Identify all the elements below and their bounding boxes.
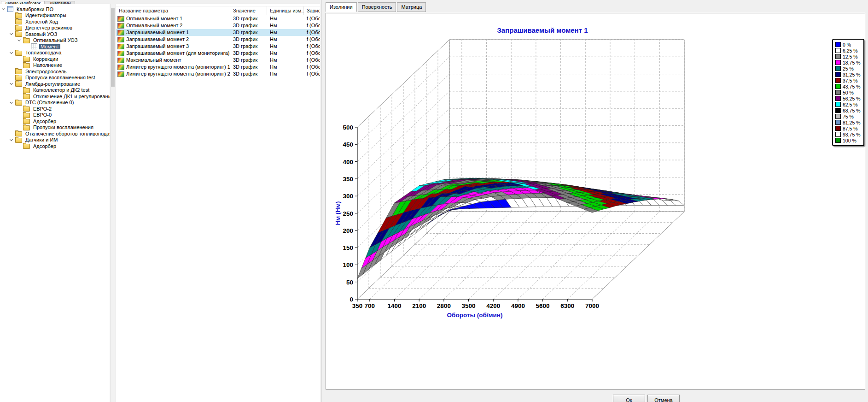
tree-item-label: Коррекции — [32, 56, 59, 62]
table-row[interactable]: Запрашиваемый момент 33D графикНмf (Обо — [116, 43, 320, 50]
legend-entry: 50 % — [835, 89, 861, 95]
surface-map-icon — [117, 44, 124, 49]
tree-item[interactable]: Диспетчер режимов — [0, 25, 110, 31]
legend-label: 100 % — [843, 138, 856, 143]
svg-text:500: 500 — [343, 124, 353, 131]
folder-icon — [23, 88, 30, 93]
parameter-value: 3D график — [230, 15, 267, 22]
col-units[interactable]: Единицы изм... — [267, 6, 304, 15]
table-row[interactable]: Запрашиваемый момент (для мониторинга)3D… — [116, 50, 320, 57]
tree-item[interactable]: Отключение ДК1 и регулирования — [0, 93, 110, 100]
svg-text:250: 250 — [343, 210, 353, 217]
legend-swatch — [835, 114, 841, 119]
folder-icon — [23, 113, 30, 118]
tree-scrollbar[interactable] — [110, 4, 115, 402]
tree-item-label: Оптимальный УОЗ — [32, 37, 79, 43]
tree-item[interactable]: Коррекции — [0, 56, 110, 62]
cancel-button[interactable]: Отмена — [647, 395, 680, 402]
tree-item[interactable]: Лямбда-регулирование — [0, 81, 110, 87]
tree-item[interactable]: Топливоподача — [0, 50, 110, 56]
chevron-down-icon[interactable] — [17, 38, 21, 41]
folder-icon — [15, 76, 22, 81]
map-grid-icon — [31, 43, 37, 49]
surface-map-icon — [117, 51, 124, 56]
chevron-down-icon[interactable] — [2, 7, 5, 10]
tree-item[interactable]: ЕВРО-0 — [0, 112, 110, 118]
tree-item[interactable]: Пропуски воспламенения test — [0, 75, 110, 81]
ok-button[interactable]: Ок — [613, 395, 645, 402]
parameters-table: Название параметра Значение Единицы изм.… — [116, 4, 320, 402]
table-row[interactable]: Запрашиваемый момент 13D графикНмf (Обо — [116, 29, 320, 36]
chevron-down-icon[interactable] — [10, 82, 13, 85]
parameter-value: 3D график — [230, 71, 267, 77]
parameter-value: 3D график — [230, 57, 267, 64]
tree-item[interactable]: Идентификаторы — [0, 12, 110, 19]
tree-item[interactable]: Катколлектор и ДК2 test — [0, 87, 110, 94]
table-row[interactable]: Оптимальный момент 23D графикНмf (Обо — [116, 22, 320, 29]
tree-item[interactable]: Пропуски воспламенения — [0, 124, 110, 131]
parameter-value: 3D график — [230, 36, 267, 43]
surface-map-icon — [117, 16, 124, 22]
tree-item[interactable]: Отключение оборотов топливоподачи — [0, 130, 110, 137]
legend-label: 43,75 % — [843, 84, 861, 89]
svg-text:350: 350 — [352, 302, 363, 309]
legend-entry: 43,75 % — [835, 83, 861, 89]
chevron-down-icon[interactable] — [10, 32, 13, 35]
col-name[interactable]: Название параметра — [116, 6, 230, 15]
folder-icon — [15, 26, 22, 31]
legend-swatch — [835, 120, 841, 125]
legend-label: 37,5 % — [843, 78, 858, 83]
svg-text:2800: 2800 — [437, 302, 451, 309]
tree-item[interactable]: DTC (Отключение 0) — [0, 100, 110, 106]
tree-item[interactable]: Холостой Ход — [0, 18, 110, 25]
svg-text:200: 200 — [343, 227, 353, 234]
application-icon — [7, 6, 13, 12]
map-view-dialog: Изолинии Поверхность Матрица 05010015020… — [321, 0, 868, 402]
table-row[interactable]: Лимитер крутящего момента (мониторинг) 2… — [116, 71, 320, 77]
surface-map-icon — [117, 30, 124, 35]
chevron-down-icon[interactable] — [10, 100, 13, 104]
tree-item[interactable]: Адсорбер — [0, 118, 110, 124]
tree-item[interactable]: Калибровки ПО — [0, 6, 110, 12]
chevron-down-icon[interactable] — [10, 138, 13, 141]
surface-map-icon — [117, 65, 124, 70]
tree-item[interactable]: Наполнение — [0, 62, 110, 69]
tree-item[interactable]: Момент — [0, 43, 110, 50]
tab-matrix[interactable]: Матрица — [397, 2, 426, 12]
table-row[interactable]: Запрашиваемый момент 23D графикНмf (Обо — [116, 36, 320, 43]
legend-swatch — [835, 48, 841, 53]
svg-text:7000: 7000 — [585, 302, 599, 309]
table-row[interactable]: Максимальный момент3D графикНмf (Обо — [116, 57, 320, 64]
svg-text:150: 150 — [343, 244, 353, 251]
tree-item[interactable]: ЕВРО-2 — [0, 106, 110, 112]
legend-swatch — [835, 54, 841, 59]
tree-item[interactable]: Датчики и ИМ — [0, 137, 110, 143]
svg-text:350: 350 — [343, 176, 353, 183]
legend-swatch — [835, 102, 841, 107]
tree-item[interactable]: Оптимальный УОЗ — [0, 37, 110, 44]
folder-icon — [15, 100, 22, 106]
table-body: Оптимальный момент 13D графикНмf (ОбоОпт… — [116, 15, 320, 77]
chevron-down-icon[interactable] — [10, 51, 13, 54]
legend-label: 18,75 % — [843, 60, 861, 65]
tree-item[interactable]: Адсорбер — [0, 143, 110, 149]
table-row[interactable]: Оптимальный момент 13D графикНмf (Обо — [116, 15, 320, 22]
parameter-name: Оптимальный момент 2 — [126, 22, 182, 29]
legend-entry: 0 % — [835, 41, 861, 47]
tree-item-label: Адсорбер — [32, 118, 58, 124]
legend-swatch — [835, 42, 841, 47]
tab-isolines[interactable]: Изолинии — [326, 2, 357, 12]
parameter-value: 3D график — [230, 29, 267, 36]
tree-item-label: Датчики и ИМ — [24, 137, 59, 142]
tab-surface[interactable]: Поверхность — [358, 2, 396, 12]
legend-label: 31,25 % — [843, 72, 861, 77]
legend-swatch — [835, 96, 841, 101]
col-dependency[interactable]: Завис... — [304, 6, 320, 15]
tree-item[interactable]: Базовый УОЗ — [0, 31, 110, 37]
table-row[interactable]: Лимитер крутящего момента (мониторинг) 1… — [116, 64, 320, 71]
col-value[interactable]: Значение — [230, 6, 267, 15]
tree-item-label: Базовый УОЗ — [24, 31, 58, 37]
scrollbar-thumb[interactable] — [111, 8, 115, 87]
tree-item[interactable]: Электродроссель — [0, 68, 110, 75]
svg-text:700: 700 — [365, 302, 375, 309]
